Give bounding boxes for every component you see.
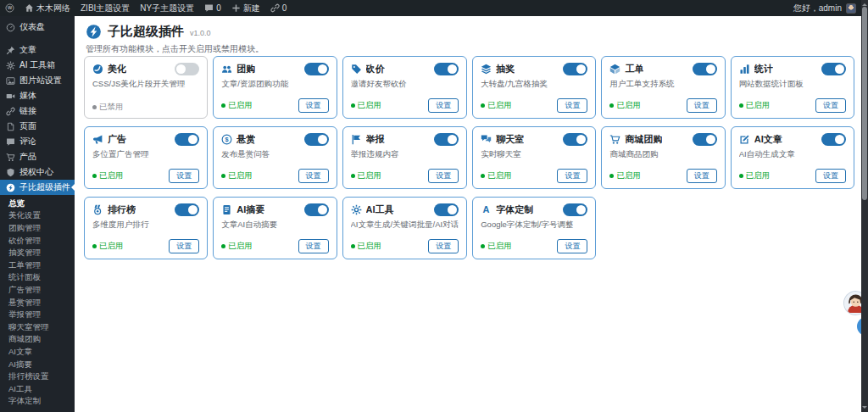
module-card: 美化CSS/JS美化片段开关管理已禁用	[84, 56, 208, 119]
settings-button[interactable]: 设置	[557, 98, 587, 113]
module-toggle[interactable]	[304, 133, 329, 146]
settings-button[interactable]: 设置	[428, 169, 459, 183]
module-toggle[interactable]	[304, 63, 329, 75]
status-badge: 已启用	[351, 100, 382, 111]
sidebar-item-ai-toolbox[interactable]: AI 工具箱	[0, 58, 75, 73]
sidebar-submenu-item[interactable]: 工单管理	[0, 259, 75, 272]
sidebar-submenu-item[interactable]: 商城团购	[0, 334, 75, 347]
adminbar-item-new-content[interactable]: 新建	[231, 3, 260, 14]
sidebar-item-products[interactable]: 产品	[0, 149, 75, 164]
module-toggle[interactable]	[434, 63, 459, 75]
status-dot	[92, 174, 97, 178]
sidebar-item-license-center[interactable]: 授权中心	[0, 164, 75, 180]
scrollbar[interactable]	[861, 0, 868, 412]
sidebar-submenu-item[interactable]: 团购管理	[0, 222, 75, 235]
scroll-down-arrow-icon[interactable]	[862, 406, 867, 411]
adminbar-item-wordpress-logo[interactable]: W	[5, 3, 14, 13]
scroll-up-arrow-icon[interactable]	[862, 1, 867, 6]
adminbar-item-comments[interactable]: 0	[204, 3, 221, 13]
settings-button[interactable]: 设置	[687, 169, 717, 183]
adminbar-item-links-count[interactable]: 0	[270, 3, 287, 13]
module-toggle[interactable]	[563, 203, 587, 216]
module-toggle[interactable]	[563, 133, 587, 146]
sidebar-item-image-site-settings[interactable]: 图片站设置	[0, 73, 75, 88]
cube-icon	[609, 64, 620, 75]
module-description: 多位置广告管理	[92, 149, 199, 160]
settings-button[interactable]: 设置	[298, 169, 329, 183]
sidebar-submenu-item[interactable]: 美化设置	[0, 210, 75, 223]
module-toggle[interactable]	[434, 203, 459, 216]
sidebar-item-label: 链接	[19, 105, 36, 117]
card-footer: 已启用设置	[481, 98, 587, 113]
settings-button[interactable]: 设置	[169, 169, 199, 183]
dollar-icon: $	[221, 134, 232, 145]
status-dot	[221, 103, 225, 108]
users-icon	[221, 64, 232, 75]
module-card: 排行榜多维度用户排行已启用设置	[84, 197, 208, 259]
sidebar-item-media[interactable]: 媒体	[0, 88, 75, 103]
settings-button[interactable]: 设置	[428, 98, 459, 113]
adminbar-item-site-name[interactable]: 木木网络	[25, 3, 70, 14]
module-toggle[interactable]	[693, 63, 717, 75]
adminbar-item-ny-child-theme-settings[interactable]: NY子主题设置	[140, 3, 194, 14]
module-toggle[interactable]	[693, 133, 717, 146]
sidebar-submenu-item[interactable]: 总览	[0, 198, 75, 210]
sidebar-item-posts[interactable]: 文章	[0, 42, 75, 58]
module-description: 实时聊天室	[481, 149, 587, 160]
sidebar-submenu-item[interactable]: 举报管理	[0, 309, 75, 321]
settings-button[interactable]: 设置	[815, 169, 846, 183]
medal-icon	[92, 204, 103, 215]
module-toggle[interactable]	[175, 63, 199, 75]
settings-button[interactable]: 设置	[169, 239, 199, 253]
sidebar-item-comments[interactable]: 评论	[0, 134, 75, 149]
scrollbar-thumb[interactable]	[862, 7, 867, 200]
sidebar-item-zibi-super-plugin[interactable]: 子比超级插件	[0, 180, 75, 195]
modules-grid: 美化CSS/JS美化片段开关管理已禁用团购文章/资源团购功能已启用设置砍价邀请好…	[84, 56, 854, 259]
sidebar-submenu-item[interactable]: 字体定制	[0, 396, 75, 409]
settings-button[interactable]: 设置	[428, 239, 459, 253]
settings-button[interactable]: 设置	[687, 98, 717, 113]
settings-button[interactable]: 设置	[557, 239, 587, 253]
module-toggle[interactable]	[563, 63, 587, 75]
adminbar-item-zibi-theme-settings[interactable]: ZIBI主题设置	[81, 3, 130, 14]
sidebar-submenu-item[interactable]: 广告管理	[0, 284, 75, 297]
sidebar-submenu-item[interactable]: 抽奖管理	[0, 247, 75, 259]
sidebar-submenu-item[interactable]: 砍价管理	[0, 235, 75, 248]
settings-button[interactable]: 设置	[557, 169, 587, 183]
sidebar-submenu-item[interactable]: AI摘要	[0, 359, 75, 371]
page-title: 子比超级插件	[108, 24, 184, 40]
sidebar-item-dashboard[interactable]: 仪表盘	[0, 19, 75, 35]
settings-button[interactable]: 设置	[298, 98, 329, 113]
card-footer: 已启用设置	[609, 98, 716, 113]
settings-button[interactable]: 设置	[298, 239, 329, 253]
sidebar-submenu-item[interactable]: AI文章	[0, 346, 75, 359]
module-toggle[interactable]	[175, 133, 199, 146]
module-toggle[interactable]	[434, 133, 459, 146]
sidebar-submenu-item[interactable]: 聊天室管理	[0, 321, 75, 334]
shield-icon	[6, 168, 15, 177]
module-card: 统计网站数据统计面板已启用设置	[731, 56, 854, 119]
module-toggle[interactable]	[175, 203, 199, 216]
module-card: 工单用户工单支持系统已启用设置	[601, 56, 725, 119]
sidebar-submenu-item[interactable]: 悬赏管理	[0, 297, 75, 309]
sidebar-submenu-item[interactable]: AI工具	[0, 383, 75, 396]
sidebar-submenu-item[interactable]: 排行榜设置	[0, 370, 75, 383]
sidebar-item-links[interactable]: 链接	[0, 103, 75, 119]
module-description: CSS/JS美化片段开关管理	[92, 79, 199, 90]
adminbar-right[interactable]: 您好，admin	[793, 3, 856, 14]
module-toggle[interactable]	[821, 63, 846, 75]
doc-icon	[221, 204, 232, 215]
status-badge: 已启用	[92, 241, 124, 252]
module-toggle[interactable]	[821, 133, 846, 146]
admin-avatar[interactable]	[846, 3, 856, 14]
version-label: v1.0.0	[190, 29, 211, 37]
card-header: 统计	[739, 63, 846, 75]
settings-button[interactable]: 设置	[815, 98, 846, 113]
module-title: 排行榜	[108, 203, 136, 216]
card-header: AI文章	[739, 133, 846, 146]
sidebar-item-pages[interactable]: 页面	[0, 119, 75, 134]
svg-text:$: $	[225, 136, 229, 143]
sidebar-submenu-item[interactable]: 统计面板	[0, 272, 75, 285]
module-description: 发布悬赏问答	[221, 149, 328, 160]
module-toggle[interactable]	[304, 203, 329, 216]
